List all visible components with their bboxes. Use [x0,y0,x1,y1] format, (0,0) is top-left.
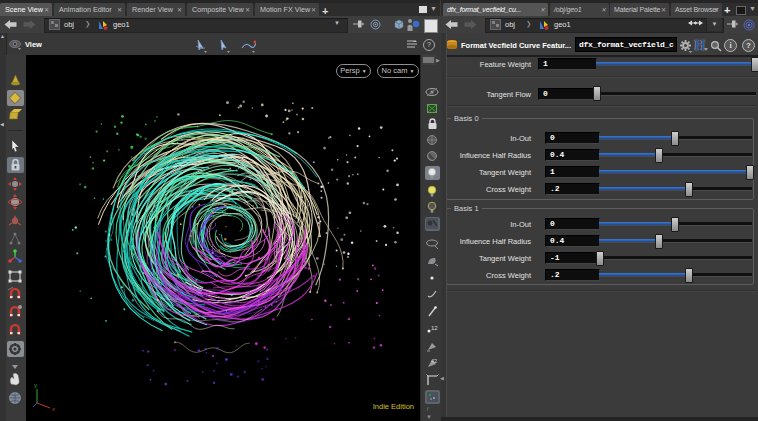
svg-text:12: 12 [431,325,438,331]
svg-text:42: 42 [431,358,437,364]
svg-text:x: x [52,406,55,412]
svg-text:y: y [34,382,37,388]
